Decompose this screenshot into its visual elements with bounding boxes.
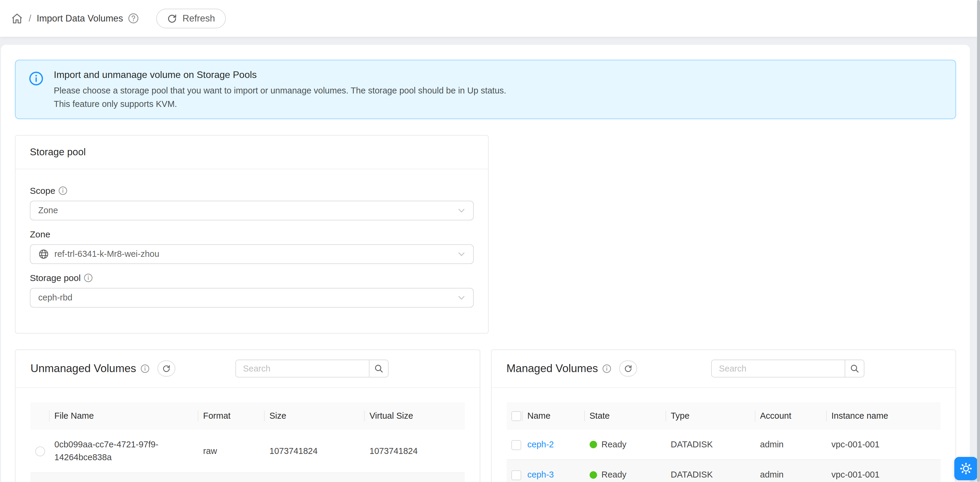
scope-info-icon[interactable] <box>58 186 67 195</box>
info-icon <box>29 71 44 86</box>
zone-label-row: Zone <box>30 229 474 240</box>
reload-icon <box>167 13 177 24</box>
column-header-name[interactable]: Name <box>523 402 585 430</box>
scope-select-value: Zone <box>38 205 58 215</box>
main-content: Import and unmanage volume on Storage Po… <box>1 45 970 482</box>
volume-name-link[interactable]: ceph-2 <box>528 440 554 449</box>
cell-account: admin <box>756 430 827 460</box>
volumes-section: Unmanaged Volumes <box>15 349 956 482</box>
managed-info-icon[interactable] <box>602 364 611 373</box>
cell-type: DATADISK <box>666 460 756 482</box>
search-icon <box>374 364 383 373</box>
unmanaged-search-input[interactable] <box>235 360 369 377</box>
scrollbar-track[interactable] <box>977 0 980 482</box>
cell-size: 1073741824 <box>265 473 365 482</box>
unmanaged-table-wrapper: File Name Format Size Virtual Size 0cb09… <box>16 388 480 482</box>
column-header-state[interactable]: State <box>585 402 666 430</box>
cell-type: DATADISK <box>666 430 756 460</box>
cell-file-name: 22b63c2b-352a-4ec5-ab12-2fa508d4baf9 <box>49 473 198 482</box>
zone-select-value: ref-trl-6341-k-Mr8-wei-zhou <box>54 249 159 259</box>
home-icon[interactable] <box>11 12 23 25</box>
scope-label: Scope <box>30 186 55 196</box>
cell-size: 1073741824 <box>265 430 365 473</box>
unmanaged-volumes-header: Unmanaged Volumes <box>16 350 480 388</box>
unmanaged-header-row: File Name Format Size Virtual Size <box>30 402 465 430</box>
table-row: ceph-3 Ready DATADISK admin vpc-001-001 <box>507 460 941 482</box>
unmanaged-search-button[interactable] <box>369 360 388 377</box>
row-checkbox[interactable] <box>511 440 521 450</box>
managed-searchbar <box>711 360 864 377</box>
table-row: 0cb099aa-cc7e-4721-97f9-14264bce838a raw… <box>30 430 465 473</box>
storage-pool-label: Storage pool <box>30 273 81 283</box>
refresh-button[interactable]: Refresh <box>156 9 226 29</box>
managed-volumes-title: Managed Volumes <box>507 362 598 375</box>
managed-table-wrapper: Name State Type Account Instance name ce… <box>492 388 956 482</box>
column-header-virtual-size[interactable]: Virtual Size <box>365 402 465 430</box>
cell-format: raw <box>198 430 265 473</box>
chevron-down-icon <box>458 207 465 215</box>
cell-virtual-size: 1073741824 <box>365 430 465 473</box>
pool-label-row: Storage pool <box>30 273 474 283</box>
alert-description-line2: This feature only supports KVM. <box>54 97 506 111</box>
breadcrumb-page-title: Import Data Volumes <box>37 13 123 24</box>
state-label: Ready <box>601 468 627 481</box>
cell-file-name: 0cb099aa-cc7e-4721-97f9-14264bce838a <box>49 430 198 473</box>
settings-fab[interactable] <box>954 457 978 480</box>
column-header-instance-name[interactable]: Instance name <box>827 402 941 430</box>
column-header-format[interactable]: Format <box>198 402 265 430</box>
scrollbar-thumb[interactable] <box>977 0 980 482</box>
storage-pool-form: Scope Zone Zone ref-trl-6341-k-Mr8-wei-z… <box>16 169 488 333</box>
radio-column-header <box>30 402 49 430</box>
unmanaged-refresh-button[interactable] <box>158 361 175 377</box>
breadcrumb-separator: / <box>29 13 31 24</box>
unmanaged-info-icon[interactable] <box>140 364 150 373</box>
managed-search-button[interactable] <box>845 360 864 377</box>
cell-format: raw <box>198 473 265 482</box>
table-row: ceph-2 Ready DATADISK admin vpc-001-001 <box>507 430 941 460</box>
managed-search-input[interactable] <box>711 360 845 377</box>
column-header-file-name[interactable]: File Name <box>49 402 198 430</box>
storage-pool-card-title: Storage pool <box>16 135 488 169</box>
alert-description-line1: Please choose a storage pool that you wa… <box>54 84 506 97</box>
help-icon[interactable] <box>128 13 139 24</box>
row-checkbox[interactable] <box>511 470 521 480</box>
unmanaged-searchbar <box>235 360 388 377</box>
scope-label-row: Scope <box>30 186 474 196</box>
column-header-size[interactable]: Size <box>265 402 365 430</box>
chevron-down-icon <box>458 250 465 258</box>
row-radio[interactable] <box>35 447 45 456</box>
storage-pool-select[interactable]: ceph-rbd <box>30 288 474 308</box>
column-header-type[interactable]: Type <box>666 402 756 430</box>
cell-account: admin <box>756 460 827 482</box>
select-all-checkbox[interactable] <box>511 411 521 421</box>
managed-header-row: Name State Type Account Instance name <box>507 402 941 430</box>
managed-table: Name State Type Account Instance name ce… <box>507 402 941 482</box>
gear-icon <box>959 462 972 475</box>
info-alert: Import and unmanage volume on Storage Po… <box>15 60 956 119</box>
managed-volumes-header: Managed Volumes <box>492 350 956 388</box>
unmanaged-table: File Name Format Size Virtual Size 0cb09… <box>30 402 465 482</box>
pool-info-icon[interactable] <box>84 273 93 283</box>
globe-icon <box>38 249 49 259</box>
zone-label: Zone <box>30 229 50 240</box>
scope-select[interactable]: Zone <box>30 201 474 220</box>
column-header-account[interactable]: Account <box>756 402 827 430</box>
ready-status-dot <box>590 441 597 448</box>
chevron-down-icon <box>458 294 465 302</box>
managed-volumes-card: Managed Volumes <box>491 349 956 482</box>
refresh-label: Refresh <box>183 13 215 24</box>
ready-status-dot <box>590 471 597 479</box>
table-row: 22b63c2b-352a-4ec5-ab12-2fa508d4baf9 raw… <box>30 473 465 482</box>
cell-instance-name: vpc-001-001 <box>827 460 941 482</box>
reload-icon <box>624 364 632 373</box>
cell-instance-name: vpc-001-001 <box>827 430 941 460</box>
unmanaged-volumes-title: Unmanaged Volumes <box>30 362 136 375</box>
zone-select[interactable]: ref-trl-6341-k-Mr8-wei-zhou <box>30 244 474 264</box>
alert-content: Import and unmanage volume on Storage Po… <box>54 69 506 111</box>
storage-pool-card: Storage pool Scope Zone Zone <box>15 135 488 334</box>
state-label: Ready <box>601 438 627 451</box>
unmanaged-volumes-card: Unmanaged Volumes <box>15 349 480 482</box>
volume-name-link[interactable]: ceph-3 <box>528 470 554 479</box>
cell-virtual-size: 1073741824 <box>365 473 465 482</box>
managed-refresh-button[interactable] <box>619 361 637 377</box>
